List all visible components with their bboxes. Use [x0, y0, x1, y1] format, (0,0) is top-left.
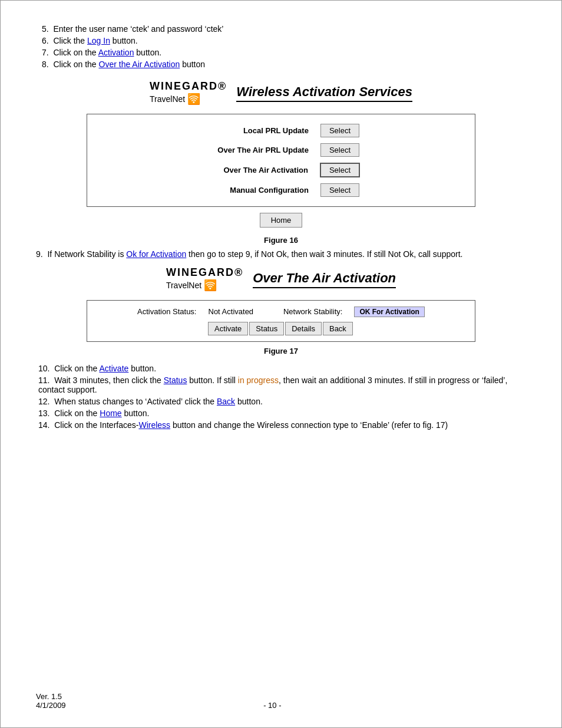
step-8-text-after: button [180, 60, 205, 69]
bottom-steps-list: 10. Click on the Activate button. 11. Wa… [36, 364, 526, 430]
login-link[interactable]: Log In [87, 36, 110, 45]
activation-status-value: Not Activated [209, 307, 254, 316]
winegard-logo: WINEGARD® TravelNet 🛜 [150, 81, 227, 106]
step-8-num: 8. [42, 60, 49, 69]
activate-link[interactable]: Activate [100, 364, 129, 373]
step-9: 9. If Network Stability is Ok for Activa… [36, 249, 526, 259]
home-link[interactable]: Home [100, 409, 121, 418]
step-9-text-before: If Network Stability is [47, 249, 126, 259]
ota-activation-select-button[interactable]: Select [320, 163, 360, 177]
step-5-text: Enter the user name ‘ctek’ and password … [53, 24, 223, 34]
step-6: 6. Click the Log In button. [36, 36, 526, 45]
figure16-row-4: Manual Configuration Select [99, 183, 463, 197]
step-12-num: 12. [38, 397, 49, 406]
figure16-header: WINEGARD® TravelNet 🛜 Wireless Activatio… [36, 81, 526, 106]
home-button[interactable]: Home [260, 213, 303, 228]
step-14-text-before: Click on the Interfaces- [54, 420, 138, 430]
step-14: 14. Click on the Interfaces-Wireless but… [36, 420, 526, 430]
travelnet-icon: 🛜 [187, 93, 200, 106]
local-prl-select-button[interactable]: Select [320, 124, 359, 137]
travelnet-label-2: TravelNet [166, 281, 201, 290]
step-7: 7. Click on the Activation button. [36, 48, 526, 57]
winegard-sub-2: TravelNet 🛜 [166, 279, 243, 292]
step-9-text-after: then go to step 9, if Not Ok, then wait … [186, 249, 462, 259]
activation-status-label: Activation Status: [137, 307, 196, 316]
step-12-text-after: button. [235, 397, 263, 406]
figure16-row-3: Over The Air Activation Select [99, 163, 463, 177]
ota-activation-label: Over The Air Activation [202, 166, 320, 174]
figure17-buttons: Activate Status Details Back [99, 322, 463, 335]
activation-link[interactable]: Activation [98, 48, 134, 57]
travelnet-label: TravelNet [150, 94, 185, 104]
ota-link[interactable]: Over the Air Activation [99, 60, 180, 69]
figure17-caption: Figure 17 [36, 347, 526, 355]
footer-center: - 10 - [66, 701, 479, 710]
top-steps-list: 5. Enter the user name ‘ctek’ and passwo… [36, 24, 526, 69]
step-7-text-before: Click on the [53, 48, 98, 57]
winegard-brand-2: WINEGARD® [166, 267, 243, 279]
step-10-text-before: Click on the [54, 364, 99, 373]
figure17-header: WINEGARD® TravelNet 🛜 Over The Air Activ… [36, 267, 526, 292]
step-11-text-mid: button. If still [187, 375, 237, 385]
status-button[interactable]: Status [249, 322, 284, 335]
winegard-sub: TravelNet 🛜 [150, 93, 227, 106]
in-progress-text: in progress [238, 375, 279, 385]
step-10-num: 10. [38, 364, 49, 373]
step-6-text-after: button. [110, 36, 138, 45]
local-prl-label: Local PRL Update [203, 126, 320, 135]
step-11-text-before: Wait 3 minutes, then click the [54, 375, 163, 385]
ota-title: Over The Air Activation [253, 271, 396, 288]
step-11-num: 11. [38, 375, 49, 385]
footer: Ver. 1.5 4/1/2009 - 10 - [36, 692, 526, 710]
figure16-row-2: Over The Air PRL Update Select [99, 143, 463, 157]
step-10-text-after: button. [128, 364, 156, 373]
figure16-box: Local PRL Update Select Over The Air PRL… [87, 114, 475, 207]
step-8: 8. Click on the Over the Air Activation … [36, 60, 526, 69]
step-14-text-after: button and change the Wireless connectio… [170, 420, 448, 430]
details-button[interactable]: Details [285, 322, 322, 335]
step-9-num: 9. [36, 249, 43, 259]
step-6-text-before: Click the [53, 36, 87, 45]
activate-button[interactable]: Activate [208, 322, 248, 335]
network-stability-value: OK For Activation [354, 307, 425, 317]
step-13-text-after: button. [122, 409, 150, 418]
winegard-logo-2: WINEGARD® TravelNet 🛜 [166, 267, 243, 292]
ota-prl-select-button[interactable]: Select [320, 143, 359, 157]
step-11: 11. Wait 3 minutes, then click the Statu… [36, 375, 526, 394]
step-7-text-after: button. [134, 48, 161, 57]
step-14-num: 14. [38, 420, 49, 430]
back-link[interactable]: Back [217, 397, 235, 406]
wireless-activation-title: Wireless Activation Services [236, 84, 412, 102]
date-text: 4/1/2009 [36, 701, 66, 710]
step-5: 5. Enter the user name ‘ctek’ and passwo… [36, 24, 526, 34]
manual-config-label: Manual Configuration [203, 186, 320, 195]
ok-for-activation-link[interactable]: Ok for Activation [126, 249, 186, 259]
figure16-caption: Figure 16 [36, 236, 526, 245]
step-6-num: 6. [42, 36, 49, 45]
status-link[interactable]: Status [164, 375, 187, 385]
network-stability-label: Network Stability: [283, 307, 342, 316]
step-7-num: 7. [42, 48, 49, 57]
status-row: Activation Status: Not Activated Network… [99, 307, 463, 317]
step-5-num: 5. [42, 24, 49, 34]
version-text: Ver. 1.5 [36, 692, 66, 701]
footer-left: Ver. 1.5 4/1/2009 [36, 692, 66, 710]
step-10: 10. Click on the Activate button. [36, 364, 526, 373]
step-12-text-before: When status changes to ‘Activated’ click… [54, 397, 217, 406]
step-13-text-before: Click on the [54, 409, 100, 418]
travelnet-icon-2: 🛜 [204, 279, 217, 292]
manual-config-select-button[interactable]: Select [320, 183, 359, 197]
winegard-brand: WINEGARD® [150, 81, 227, 93]
page: 5. Enter the user name ‘ctek’ and passwo… [0, 0, 562, 728]
step-8-text-before: Click on the [53, 60, 98, 69]
ota-prl-label: Over The Air PRL Update [203, 146, 320, 154]
step-12: 12. When status changes to ‘Activated’ c… [36, 397, 526, 406]
back-button[interactable]: Back [323, 322, 353, 335]
step-13: 13. Click on the Home button. [36, 409, 526, 418]
figure16-row-1: Local PRL Update Select [99, 124, 463, 137]
step-13-num: 13. [38, 409, 49, 418]
figure17-box: Activation Status: Not Activated Network… [87, 300, 475, 342]
page-number: - 10 - [263, 701, 281, 710]
home-button-container: Home [36, 213, 526, 228]
wireless-link[interactable]: Wireless [138, 420, 170, 430]
